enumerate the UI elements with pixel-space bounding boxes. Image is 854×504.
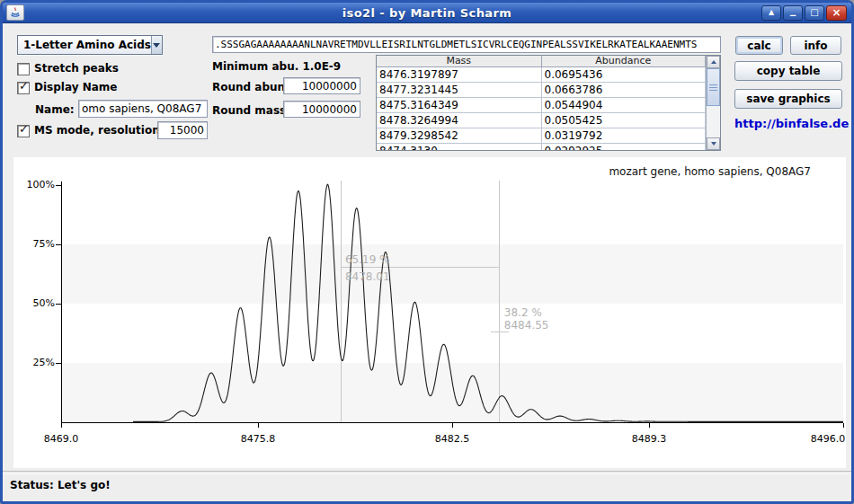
x-tick-label: 8496.0 xyxy=(808,433,848,445)
calc-button[interactable]: calc xyxy=(735,36,783,55)
y-tick-label: 25% xyxy=(15,357,55,368)
app-window: iso2l - by Martin Scharm ▲ ▁ □ × 1-Lette… xyxy=(0,0,854,504)
x-tick-label: 8469.0 xyxy=(41,433,81,445)
x-tick-label: 8475.8 xyxy=(238,433,278,445)
sequence-input[interactable] xyxy=(212,36,721,53)
annotation-mass-label: 8484.55 xyxy=(504,319,549,332)
close-button[interactable]: × xyxy=(826,5,847,21)
abundance-cell: 0.0292925 xyxy=(542,144,707,150)
mass-cell: 8475.3164349 xyxy=(377,98,542,113)
round-abundance-label: Round abun.: xyxy=(212,81,293,93)
abundance-cell: 0.0319792 xyxy=(542,128,707,144)
info-button[interactable]: info xyxy=(790,36,841,55)
abundance-cell: 0.0544904 xyxy=(542,98,707,113)
abundance-cell: 0.0505425 xyxy=(542,113,707,128)
y-tick-label: 100% xyxy=(15,179,55,190)
chart-title: mozart gene, homo sapiens, Q08AG7 xyxy=(609,165,811,178)
annotation-percent-label: 38.2 % xyxy=(504,306,542,319)
checkmark-icon: ✓ xyxy=(19,79,30,93)
display-name-checkbox[interactable]: ✓ xyxy=(17,82,30,94)
mass-cell: 8479.3298542 xyxy=(377,128,542,144)
chart-gridband xyxy=(61,244,843,304)
maximize-button[interactable]: □ xyxy=(805,5,824,21)
table-row[interactable]: 8478.32649940.0505425 xyxy=(377,113,706,128)
thumb-grip-icon xyxy=(709,84,717,85)
combobox-arrow-button[interactable] xyxy=(151,36,162,54)
save-graphics-button[interactable]: save graphics xyxy=(734,89,842,109)
pin-window-button[interactable]: ▲ xyxy=(761,5,781,21)
annotation-percent-label: 65.19 % xyxy=(345,253,390,266)
y-tick-label: 50% xyxy=(15,297,55,309)
annotation-mass-label: 8478.01 xyxy=(345,270,390,283)
scrollbar-track[interactable] xyxy=(707,106,720,137)
table-row[interactable]: 8474.31300.0292925 xyxy=(377,144,706,150)
table-row[interactable]: 8477.32314450.0663786 xyxy=(377,83,706,98)
table-row[interactable]: 8475.31643490.0544904 xyxy=(377,98,706,113)
chevron-down-icon xyxy=(153,43,160,48)
round-mass-input[interactable] xyxy=(283,101,360,118)
mass-cell: 8476.3197897 xyxy=(377,67,542,83)
thumb-grip-icon xyxy=(709,87,717,88)
column-header-abundance[interactable]: Abundance xyxy=(542,56,707,67)
stretch-peaks-label: Stretch peaks xyxy=(34,62,119,75)
scrollbar-thumb[interactable] xyxy=(707,68,720,106)
ms-mode-checkbox[interactable]: ✓ xyxy=(17,125,30,137)
minimum-abundance-label: Minimum abu. 1.0E-9 xyxy=(212,60,341,73)
mass-cell: 8474.3130 xyxy=(377,144,542,150)
name-label: Name: xyxy=(35,103,75,116)
table-row[interactable]: 8479.32985420.0319792 xyxy=(377,128,706,144)
triangle-down-icon xyxy=(711,142,716,146)
java-app-icon[interactable] xyxy=(6,4,24,21)
resolution-input[interactable] xyxy=(157,121,208,139)
column-header-mass[interactable]: Mass xyxy=(377,56,542,67)
copy-table-button[interactable]: copy table xyxy=(734,61,842,81)
scroll-up-button[interactable] xyxy=(707,56,720,68)
x-tick-label: 8489.3 xyxy=(629,433,669,445)
format-combobox[interactable]: 1-Letter Amino Acids xyxy=(17,35,163,55)
status-text: Status: Let's go! xyxy=(10,479,111,491)
results-table[interactable]: MassAbundance 8476.31978970.06954368477.… xyxy=(377,56,706,150)
format-combobox-value: 1-Letter Amino Acids xyxy=(18,36,151,54)
display-name-label: Display Name xyxy=(34,81,117,93)
binfalse-link[interactable]: http://binfalse.de xyxy=(734,117,842,130)
title-bar[interactable]: iso2l - by Martin Scharm ▲ ▁ □ × xyxy=(3,3,851,23)
x-tick-label: 8482.5 xyxy=(432,433,472,445)
mass-cell: 8478.3264994 xyxy=(377,113,542,128)
y-tick-label: 75% xyxy=(15,238,55,250)
chart-gridband xyxy=(61,363,843,422)
results-scrollpane: MassAbundance 8476.31978970.06954368477.… xyxy=(376,55,721,151)
abundance-cell: 0.0695436 xyxy=(542,67,707,83)
round-abundance-input[interactable] xyxy=(283,77,360,94)
thumb-grip-icon xyxy=(709,90,717,91)
table-header-row: MassAbundance xyxy=(377,56,706,67)
minimize-button[interactable]: ▁ xyxy=(783,5,803,21)
checkmark-icon: ✓ xyxy=(19,122,30,136)
stretch-peaks-checkbox[interactable] xyxy=(17,63,30,75)
triangle-up-icon xyxy=(711,60,716,64)
scroll-down-button[interactable] xyxy=(707,137,720,150)
abundance-cell: 0.0663786 xyxy=(542,83,707,98)
ms-mode-label: MS mode, resolution: xyxy=(34,124,165,137)
name-input[interactable] xyxy=(78,100,208,118)
table-row[interactable]: 8476.31978970.0695436 xyxy=(377,67,706,83)
window-title: iso2l - by Martin Scharm xyxy=(3,6,851,20)
status-separator xyxy=(3,471,851,474)
mass-cell: 8477.3231445 xyxy=(377,83,542,98)
table-scrollbar[interactable] xyxy=(706,56,720,150)
round-mass-label: Round mass: xyxy=(212,104,290,117)
